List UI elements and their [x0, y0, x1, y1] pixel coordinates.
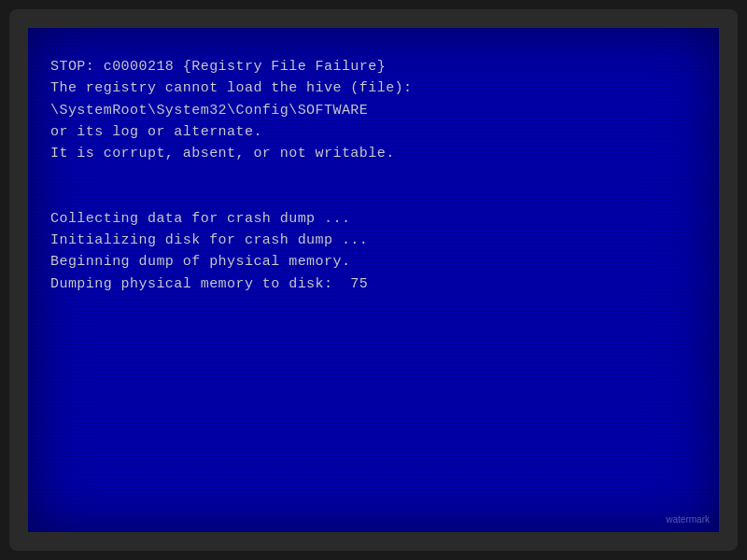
bsod-line: Collecting data for crash dump ... [50, 208, 697, 230]
bsod-line: or its log or alternate. [50, 121, 697, 143]
bsod-line: STOP: c0000218 {Registry File Failure} [50, 56, 697, 77]
monitor-outer: STOP: c0000218 {Registry File Failure}Th… [9, 9, 738, 551]
bsod-line: Beginning dump of physical memory. [50, 251, 697, 273]
bsod-line: Dumping physical memory to disk: 75 [50, 273, 697, 295]
bsod-screen: STOP: c0000218 {Registry File Failure}Th… [28, 28, 719, 532]
bsod-line: Initializing disk for crash dump ... [50, 230, 697, 251]
bsod-line: It is corrupt, absent, or not writable. [50, 143, 697, 164]
bsod-line: The registry cannot load the hive (file)… [50, 77, 697, 99]
bsod-content: STOP: c0000218 {Registry File Failure}Th… [50, 56, 697, 513]
bsod-line: \SystemRoot\System32\Config\SOFTWARE [50, 100, 697, 121]
watermark: watermark [666, 514, 710, 525]
bsod-blank-line [50, 187, 697, 208]
bsod-blank-line [50, 164, 697, 186]
